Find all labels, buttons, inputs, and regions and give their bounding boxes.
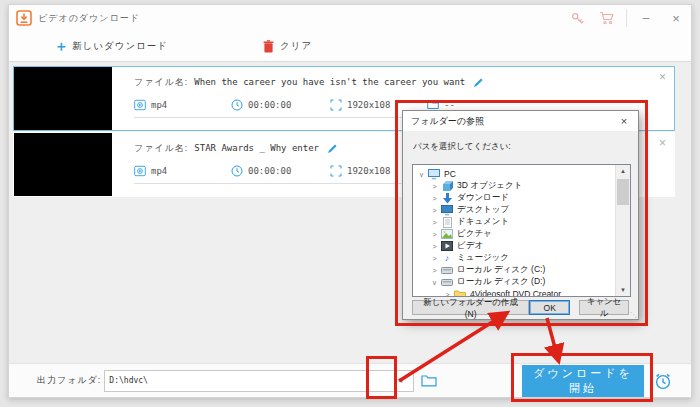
resolution-icon xyxy=(330,165,342,177)
new-folder-button[interactable]: 新しいフォルダーの作成(N) xyxy=(412,300,529,315)
folder-tree-item[interactable]: > ダウンロード xyxy=(413,192,615,204)
folder-tree-item[interactable]: > ドキュメント xyxy=(413,216,615,228)
format-value: mp4 xyxy=(151,100,167,110)
disk-icon xyxy=(440,277,454,287)
toolbar: ＋ 新しいダウンロード クリア xyxy=(9,31,691,62)
edit-filename-icon[interactable] xyxy=(473,77,484,88)
minimize-icon[interactable]: – xyxy=(631,5,661,31)
pc-icon xyxy=(427,169,441,180)
output-folder-dropdown-button[interactable]: ▼ xyxy=(389,371,413,391)
plus-icon: ＋ xyxy=(54,39,68,53)
new-download-label: 新しいダウンロード xyxy=(72,40,168,53)
music-icon: ♪ xyxy=(440,254,454,263)
scroll-up-icon[interactable]: ▲ xyxy=(616,165,630,177)
folder-tree: v PC > 3D オブジェクト > ダウンロード > デスクトップ > ドキュ… xyxy=(412,164,631,297)
output-folder-input[interactable]: D:\hdvc\ ▼ xyxy=(104,370,414,392)
cart-icon[interactable] xyxy=(592,5,622,31)
remove-item-icon[interactable]: × xyxy=(659,137,666,149)
app-download-icon xyxy=(16,10,32,26)
videos-icon xyxy=(440,241,454,251)
filename-value: STAR Awards _ Why enter xyxy=(194,143,319,153)
duration-value: 00:00:00 xyxy=(248,100,291,110)
tree-chevron-icon[interactable]: > xyxy=(429,255,440,262)
edit-filename-icon[interactable] xyxy=(327,143,338,154)
output-folder-label: 出力フォルダ: xyxy=(37,374,101,387)
downloads-icon xyxy=(440,193,454,204)
folder-tree-item[interactable]: > ビデオ xyxy=(413,240,615,252)
format-icon xyxy=(134,165,146,177)
tree-chevron-icon[interactable]: > xyxy=(429,267,440,274)
trash-icon xyxy=(263,40,274,53)
desktop-icon xyxy=(440,205,454,216)
video-thumbnail xyxy=(14,133,112,196)
pictures-icon xyxy=(440,229,454,239)
tree-chevron-icon[interactable]: > xyxy=(429,231,440,238)
close-icon[interactable]: × xyxy=(661,5,691,31)
tree-chevron-icon[interactable]: v xyxy=(416,171,427,178)
save-folder-icon xyxy=(427,100,439,110)
register-key-icon[interactable] xyxy=(562,5,592,31)
disk-icon xyxy=(440,265,454,275)
video-thumbnail xyxy=(14,67,112,130)
resolution-icon xyxy=(330,99,342,111)
3d-objects-icon xyxy=(440,181,454,192)
documents-icon xyxy=(440,217,454,228)
dialog-prompt: パスを選択してください: xyxy=(413,141,638,153)
filename-label: ファイル名: xyxy=(134,142,188,155)
scrollbar-thumb[interactable] xyxy=(617,179,629,205)
dialog-title: フォルダーの参照 xyxy=(411,115,484,128)
duration-value: 00:00:00 xyxy=(248,166,291,176)
folder-tree-item[interactable]: > ピクチャ xyxy=(413,228,615,240)
folder-tree-item[interactable]: v PC xyxy=(413,168,615,180)
ok-button[interactable]: OK xyxy=(529,300,570,315)
tree-chevron-icon[interactable]: > xyxy=(429,183,440,190)
alarm-clock-icon[interactable] xyxy=(653,371,673,391)
duration-icon xyxy=(231,165,243,177)
chevron-down-icon: ▼ xyxy=(397,376,405,385)
bottom-bar: 出力フォルダ: D:\hdvc\ ▼ ダウンロードを開始 xyxy=(9,363,691,397)
window-title: ビデオのダウンロード xyxy=(38,12,140,25)
resolution-value: 1920x108 xyxy=(347,100,390,110)
tree-scrollbar[interactable]: ▲ ▼ xyxy=(615,165,630,296)
format-value: mp4 xyxy=(151,166,167,176)
resize-grip[interactable]: ⋱ xyxy=(630,311,637,319)
scroll-down-icon[interactable]: ▼ xyxy=(616,284,630,296)
start-download-button[interactable]: ダウンロードを開始 xyxy=(522,365,644,397)
filename-value: When the career you have isn't the caree… xyxy=(194,77,465,87)
open-folder-icon[interactable] xyxy=(421,374,437,387)
cancel-button[interactable]: キャンセル xyxy=(579,300,629,315)
folder-tree-item[interactable]: > ローカル ディスク (C:) xyxy=(413,264,615,276)
resolution-value: 1920x108 xyxy=(347,166,390,176)
remove-item-icon[interactable]: × xyxy=(659,71,666,83)
folder-value: -- xyxy=(444,100,455,110)
output-path-value: D:\hdvc\ xyxy=(105,376,389,385)
folder-tree-item[interactable]: > ♪ ミュージック xyxy=(413,252,615,264)
titlebar-divider xyxy=(626,9,627,27)
tree-chevron-icon[interactable]: > xyxy=(429,219,440,226)
filename-label: ファイル名: xyxy=(134,76,188,89)
titlebar: ビデオのダウンロード – × xyxy=(9,5,691,31)
clear-label: クリア xyxy=(280,40,312,53)
clear-button[interactable]: クリア xyxy=(263,40,312,53)
dialog-titlebar: フォルダーの参照 × xyxy=(403,111,638,131)
folder-tree-item[interactable]: v ローカル ディスク (D:) xyxy=(413,276,615,288)
folder-tree-item[interactable]: > デスクトップ xyxy=(413,204,615,216)
new-download-button[interactable]: ＋ 新しいダウンロード xyxy=(54,39,168,53)
format-icon xyxy=(134,99,146,111)
tree-chevron-icon[interactable]: > xyxy=(429,243,440,250)
duration-icon xyxy=(231,99,243,111)
folder-tree-item[interactable]: > 3D オブジェクト xyxy=(413,180,615,192)
tree-chevron-icon[interactable]: > xyxy=(429,195,440,202)
dialog-close-icon[interactable]: × xyxy=(610,115,638,127)
browse-folder-dialog: フォルダーの参照 × パスを選択してください: v PC > 3D オブジェクト… xyxy=(402,110,639,320)
tree-chevron-icon[interactable]: v xyxy=(429,279,440,286)
tree-chevron-icon[interactable]: > xyxy=(429,207,440,214)
